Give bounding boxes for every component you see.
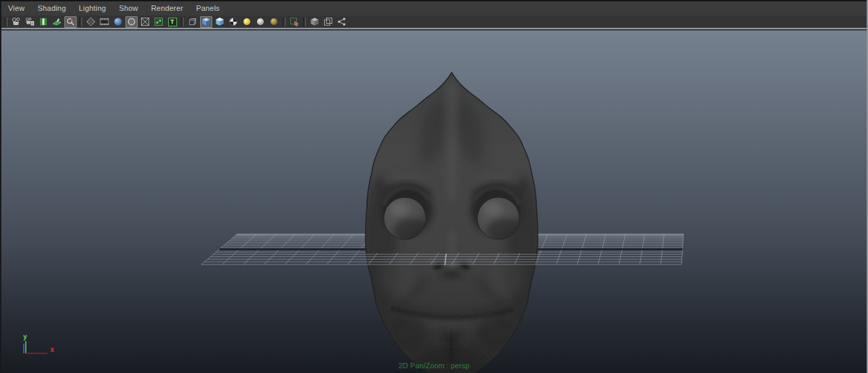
wireframe-icon[interactable] xyxy=(85,16,97,28)
menu-view[interactable]: View xyxy=(8,4,24,12)
wireframe-shaded-cube-icon[interactable] xyxy=(214,16,226,28)
flat-light-icon[interactable] xyxy=(254,16,267,28)
scene-canvas xyxy=(0,31,868,373)
toolbar-separator xyxy=(181,18,184,26)
menu-panels[interactable]: Panels xyxy=(196,4,220,12)
layers-icon[interactable] xyxy=(322,16,334,28)
toolbar-separator xyxy=(283,18,285,26)
dark-light-icon[interactable] xyxy=(268,16,280,28)
connections-icon[interactable] xyxy=(336,16,348,28)
view-axis-widget: y x xyxy=(15,333,62,364)
wireframe-on-shaded-icon[interactable] xyxy=(125,16,138,28)
menu-renderer[interactable]: Renderer xyxy=(151,4,183,12)
right-eyeball xyxy=(477,197,519,239)
head-model xyxy=(362,73,541,373)
panel-chrome: View Shading Lighting Show Renderer Pane… xyxy=(0,0,868,31)
ground-grid-far xyxy=(215,234,684,253)
image-plane-icon[interactable] xyxy=(51,16,63,28)
lights-icon[interactable] xyxy=(153,16,165,28)
y-axis-label: y xyxy=(23,333,27,340)
menu-lighting[interactable]: Lighting xyxy=(79,4,106,12)
default-light-icon[interactable] xyxy=(241,16,253,28)
smooth-shade-icon[interactable] xyxy=(112,16,124,28)
uv-editor-letter: T xyxy=(168,18,177,26)
textured-icon[interactable] xyxy=(139,16,151,28)
panel-menubar: View Shading Lighting Show Renderer Pane… xyxy=(0,0,868,16)
toolbar-separator xyxy=(303,18,306,26)
film-gate-icon[interactable] xyxy=(98,16,111,28)
ground-grid-near xyxy=(201,253,682,265)
toolbar-separator xyxy=(5,18,7,26)
uv-editor-icon[interactable]: T xyxy=(166,16,178,28)
shaded-cube-icon[interactable] xyxy=(200,16,212,28)
window-top-edge xyxy=(0,0,868,1)
panel-toolbar: T xyxy=(0,16,868,29)
viewport-3d[interactable]: y x 2D Pan/Zoom : persp xyxy=(0,31,868,373)
menu-show[interactable]: Show xyxy=(119,4,138,12)
select-camera-icon[interactable] xyxy=(10,16,22,28)
window-left-edge xyxy=(0,0,1,373)
left-eyeball xyxy=(384,197,426,239)
camera-attributes-icon[interactable] xyxy=(24,16,36,28)
subdiv-cube-icon[interactable] xyxy=(309,16,321,28)
hud-pan-zoom-label: 2D Pan/Zoom : persp xyxy=(0,361,868,370)
pan-zoom-icon[interactable] xyxy=(64,16,77,28)
wire-cube-icon[interactable] xyxy=(186,16,199,28)
x-axis-label: x xyxy=(50,346,54,353)
isolate-select-icon[interactable] xyxy=(288,16,300,28)
menu-shading[interactable]: Shading xyxy=(37,4,66,12)
textured-ball-icon[interactable] xyxy=(227,16,239,28)
bookmarks-icon[interactable] xyxy=(37,16,50,28)
toolbar-separator xyxy=(79,18,82,26)
maya-panel: View Shading Lighting Show Renderer Pane… xyxy=(0,0,868,373)
